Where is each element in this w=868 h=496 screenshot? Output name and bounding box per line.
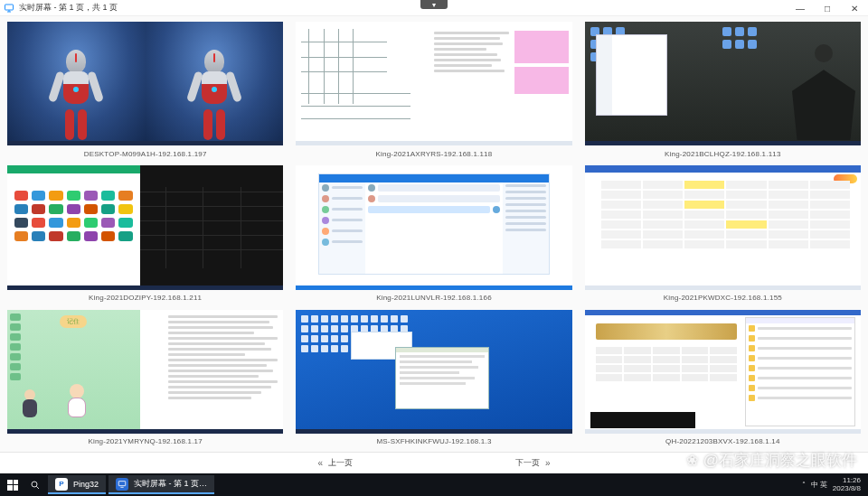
taskbar-app-label: 实时屏幕 - 第 1 页… [134, 478, 207, 490]
taskbar-app-label: Ping32 [73, 480, 99, 489]
screen-cell: MS-SXFHKINKFWUJ-192.168.1.3 [296, 310, 571, 450]
screen-cell: King-2021PKWDXC-192.168.1.155 [585, 165, 861, 305]
screen-label: King-2021BCLHQZ-192.168.1.113 [585, 145, 861, 162]
screen-cell: King-2021DOZIPY-192.168.1.211 [7, 165, 283, 305]
screen-cell: King-2021LUNVLR-192.168.1.166 [296, 165, 571, 305]
collapse-tab[interactable]: ▾ [420, 0, 448, 9]
screen-label: MS-SXFHKINKFWUJ-192.168.1.3 [296, 434, 571, 450]
screens-grid: DESKTOP-M099A1H-192.168.1.197 [0, 16, 868, 452]
prev-page-button[interactable]: « 上一页 [317, 457, 353, 469]
screen-label: DESKTOP-M099A1H-192.168.1.197 [7, 145, 283, 162]
next-page-button[interactable]: 下一页 » [515, 457, 551, 469]
start-button[interactable] [0, 473, 25, 496]
cartoon-title-bubble: 记住 [60, 315, 87, 328]
windows-logo-icon [7, 480, 18, 491]
close-button[interactable]: ✕ [841, 0, 868, 16]
os-taskbar: P Ping32 实时屏幕 - 第 1 页… ˄ 中 英 11:26 2023/… [0, 473, 868, 496]
search-icon [30, 480, 41, 491]
screen-cell: QH-20221203BXVX-192.168.1.14 [585, 310, 861, 450]
screen-cell: King-2021AXRYRS-192.168.1.118 [296, 22, 571, 162]
pager: « 上一页 下一页 » [0, 452, 868, 473]
chevron-left-icon: « [317, 458, 323, 468]
screen-label: King-2021AXRYRS-192.168.1.118 [296, 145, 571, 162]
chevron-right-icon: » [545, 458, 551, 468]
tray-ime[interactable]: 中 英 [811, 480, 827, 490]
screen-thumbnail[interactable] [7, 165, 283, 289]
screen-label: King-2021PKWDXC-192.168.1.155 [585, 290, 861, 306]
tray-clock[interactable]: 11:26 2023/8/8 [833, 477, 861, 493]
taskbar-app-realtime[interactable]: 实时屏幕 - 第 1 页… [108, 475, 214, 494]
screen-thumbnail[interactable] [585, 165, 861, 289]
system-tray: ˄ 中 英 11:26 2023/8/8 [802, 477, 868, 493]
screen-thumbnail[interactable]: 记住 [7, 310, 283, 434]
tray-chevron-icon[interactable]: ˄ [802, 481, 806, 489]
screen-thumbnail[interactable] [7, 22, 283, 145]
screen-thumbnail[interactable] [585, 22, 861, 145]
window-title: 实时屏幕 - 第 1 页，共 1 页 [19, 2, 118, 14]
monitor-icon [4, 3, 14, 14]
prev-page-label: 上一页 [328, 457, 353, 469]
screen-thumbnail[interactable] [296, 310, 571, 434]
app-icon: P [55, 478, 68, 491]
monitor-icon [116, 478, 128, 491]
taskbar-search-button[interactable] [25, 473, 45, 496]
minimize-button[interactable]: — [787, 0, 814, 16]
screen-label: King-2021LUNVLR-192.168.1.166 [296, 290, 571, 306]
taskbar-app-ping32[interactable]: P Ping32 [48, 475, 106, 494]
clock-date: 2023/8/8 [833, 485, 861, 493]
svg-rect-5 [118, 481, 126, 485]
maximize-button[interactable]: □ [814, 0, 841, 16]
screen-label: QH-20221203BXVX-192.168.1.14 [585, 434, 861, 450]
screen-cell: DESKTOP-M099A1H-192.168.1.197 [7, 22, 283, 162]
svg-rect-0 [5, 5, 14, 10]
titlebar: 实时屏幕 - 第 1 页，共 1 页 ▾ — □ ✕ [0, 0, 868, 16]
window-controls: — □ ✕ [787, 0, 868, 16]
screen-thumbnail[interactable] [585, 310, 861, 434]
screen-cell: 记住 King-2021YMRYNQ-192.168.1.17 [7, 310, 283, 450]
next-page-label: 下一页 [515, 457, 540, 469]
screen-label: King-2021DOZIPY-192.168.1.211 [7, 290, 283, 306]
screen-label: King-2021YMRYNQ-192.168.1.17 [7, 434, 283, 450]
svg-line-4 [36, 486, 39, 489]
screen-cell: King-2021BCLHQZ-192.168.1.113 [585, 22, 861, 162]
app-window: 实时屏幕 - 第 1 页，共 1 页 ▾ — □ ✕ DESKTOP-M099A… [0, 0, 868, 473]
screen-thumbnail[interactable] [296, 165, 571, 289]
svg-point-3 [32, 482, 37, 487]
screen-thumbnail[interactable] [296, 22, 571, 145]
